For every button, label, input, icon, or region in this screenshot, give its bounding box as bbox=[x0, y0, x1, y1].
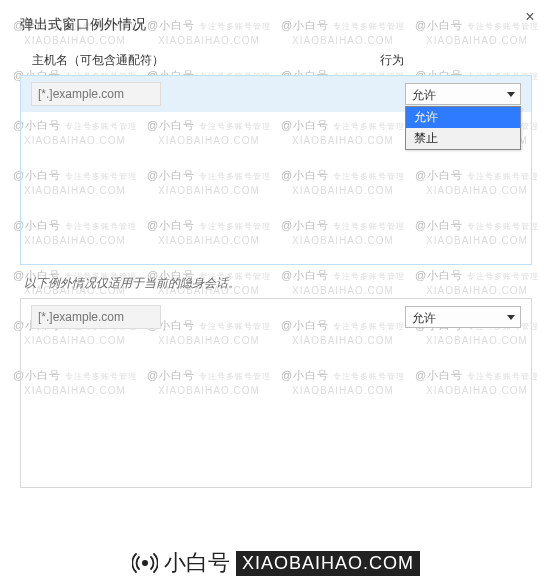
exception-row[interactable]: 允许 bbox=[21, 299, 531, 335]
column-headers: 主机名（可包含通配符） 行为 bbox=[20, 52, 532, 75]
close-icon: × bbox=[525, 8, 534, 25]
column-header-action: 行为 bbox=[380, 52, 520, 69]
footer-brand-cn: 小白号 bbox=[164, 548, 230, 578]
action-select-value: 允许 bbox=[412, 311, 436, 325]
action-select[interactable]: 允许 允许 禁止 bbox=[405, 83, 521, 105]
host-input-wrap bbox=[31, 305, 395, 329]
chevron-down-icon bbox=[507, 315, 515, 320]
incognito-note: 以下例外情况仅适用于当前的隐身会话。 bbox=[24, 275, 528, 292]
dialog-title: 弹出式窗口例外情况 bbox=[20, 16, 532, 34]
action-option-block[interactable]: 禁止 bbox=[406, 128, 520, 149]
exceptions-list: 允许 允许 禁止 bbox=[20, 75, 532, 265]
incognito-exceptions-list: 允许 bbox=[20, 298, 532, 488]
action-select-dropdown: 允许 禁止 bbox=[405, 106, 521, 150]
action-select[interactable]: 允许 bbox=[405, 306, 521, 328]
host-input[interactable] bbox=[31, 82, 161, 106]
action-option-allow[interactable]: 允许 bbox=[406, 107, 520, 128]
footer-brand-en: XIAOBAIHAO.COM bbox=[236, 551, 420, 576]
column-header-host: 主机名（可包含通配符） bbox=[32, 52, 380, 69]
host-input[interactable] bbox=[31, 305, 161, 329]
popup-exceptions-dialog: × 弹出式窗口例外情况 主机名（可包含通配符） 行为 允许 bbox=[6, 4, 546, 512]
broadcast-icon bbox=[132, 550, 158, 576]
chevron-down-icon bbox=[507, 92, 515, 97]
close-button[interactable]: × bbox=[520, 8, 540, 28]
svg-point-0 bbox=[142, 560, 148, 566]
action-select-value: 允许 bbox=[412, 88, 436, 102]
footer-brand: 小白号 XIAOBAIHAO.COM bbox=[0, 548, 552, 579]
host-input-wrap bbox=[31, 82, 395, 106]
exception-row[interactable]: 允许 允许 禁止 bbox=[21, 76, 531, 112]
